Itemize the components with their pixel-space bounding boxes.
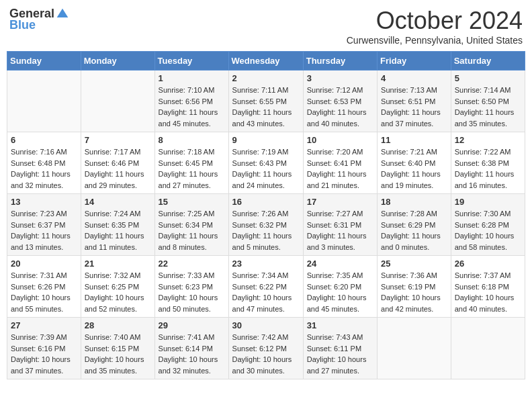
calendar-week-row: 1 Sunrise: 7:10 AM Sunset: 6:56 PM Dayli… [7,71,525,132]
sunset-text: Sunset: 6:22 PM [232,283,287,291]
sunset-text: Sunset: 6:19 PM [381,283,435,291]
day-number: 13 [11,197,77,207]
daylight-text: Daylight: 11 hours and 32 minutes. [11,170,71,189]
daylight-text: Daylight: 11 hours and 45 minutes. [159,108,218,128]
calendar-day-header: Saturday [451,52,525,71]
sunrise-text: Sunrise: 7:18 AM [159,148,215,156]
sunrise-text: Sunrise: 7:23 AM [11,210,67,218]
month-title: October 2024 [347,7,523,35]
daylight-text: Daylight: 11 hours and 35 minutes. [455,108,515,128]
sunset-text: Sunset: 6:12 PM [232,345,287,353]
calendar-cell: 29 Sunrise: 7:41 AM Sunset: 6:14 PM Dayl… [154,318,228,379]
daylight-text: Daylight: 10 hours and 40 minutes. [455,293,515,313]
sunrise-text: Sunrise: 7:26 AM [232,210,289,218]
daylight-text: Daylight: 11 hours and 8 minutes. [159,232,218,251]
sunset-text: Sunset: 6:15 PM [85,345,139,353]
sunrise-text: Sunrise: 7:10 AM [159,86,215,94]
day-info: Sunrise: 7:13 AM Sunset: 6:51 PM Dayligh… [381,85,447,129]
day-info: Sunrise: 7:35 AM Sunset: 6:20 PM Dayligh… [307,270,373,314]
calendar-cell: 18 Sunrise: 7:28 AM Sunset: 6:29 PM Dayl… [378,194,451,256]
sunset-text: Sunset: 6:28 PM [455,221,509,229]
sunrise-text: Sunrise: 7:27 AM [307,210,363,218]
sunset-text: Sunset: 6:46 PM [85,159,139,167]
calendar-week-row: 6 Sunrise: 7:16 AM Sunset: 6:48 PM Dayli… [7,132,525,194]
daylight-text: Daylight: 11 hours and 21 minutes. [307,170,367,189]
calendar-cell: 20 Sunrise: 7:31 AM Sunset: 6:26 PM Dayl… [7,256,81,318]
day-number: 17 [307,197,373,207]
sunrise-text: Sunrise: 7:33 AM [159,271,215,279]
day-info: Sunrise: 7:43 AM Sunset: 6:11 PM Dayligh… [307,332,373,376]
sunset-text: Sunset: 6:31 PM [307,221,361,229]
day-number: 15 [159,197,225,207]
calendar-cell: 15 Sunrise: 7:25 AM Sunset: 6:34 PM Dayl… [154,194,228,256]
daylight-text: Daylight: 11 hours and 27 minutes. [159,170,218,189]
sunrise-text: Sunrise: 7:21 AM [381,148,437,156]
sunset-text: Sunset: 6:51 PM [381,97,435,105]
calendar-cell [378,318,451,379]
calendar-cell: 6 Sunrise: 7:16 AM Sunset: 6:48 PM Dayli… [7,132,81,194]
daylight-text: Daylight: 10 hours and 55 minutes. [11,293,71,313]
day-number: 30 [232,320,300,330]
sunrise-text: Sunrise: 7:24 AM [85,210,141,218]
calendar-table: SundayMondayTuesdayWednesdayThursdayFrid… [7,51,525,379]
daylight-text: Daylight: 11 hours and 24 minutes. [232,170,292,189]
day-info: Sunrise: 7:33 AM Sunset: 6:23 PM Dayligh… [159,270,225,314]
calendar-cell: 28 Sunrise: 7:40 AM Sunset: 6:15 PM Dayl… [81,318,154,379]
daylight-text: Daylight: 11 hours and 0 minutes. [381,232,441,251]
day-info: Sunrise: 7:32 AM Sunset: 6:25 PM Dayligh… [85,270,151,314]
day-number: 5 [455,73,521,83]
day-info: Sunrise: 7:11 AM Sunset: 6:55 PM Dayligh… [232,85,300,129]
day-number: 22 [159,259,225,269]
sunrise-text: Sunrise: 7:34 AM [232,271,289,279]
sunset-text: Sunset: 6:14 PM [159,345,213,353]
sunrise-text: Sunrise: 7:43 AM [307,333,363,341]
calendar-week-row: 27 Sunrise: 7:39 AM Sunset: 6:16 PM Dayl… [7,318,525,379]
day-info: Sunrise: 7:41 AM Sunset: 6:14 PM Dayligh… [159,332,225,376]
day-info: Sunrise: 7:42 AM Sunset: 6:12 PM Dayligh… [232,332,300,376]
day-number: 27 [11,320,77,330]
calendar-cell: 2 Sunrise: 7:11 AM Sunset: 6:55 PM Dayli… [228,71,303,132]
daylight-text: Daylight: 11 hours and 29 minutes. [85,170,144,189]
sunrise-text: Sunrise: 7:31 AM [11,271,67,279]
calendar-cell: 22 Sunrise: 7:33 AM Sunset: 6:23 PM Dayl… [154,256,228,318]
daylight-text: Daylight: 11 hours and 37 minutes. [381,108,441,128]
day-number: 6 [11,135,77,145]
sunrise-text: Sunrise: 7:35 AM [307,271,363,279]
sunset-text: Sunset: 6:29 PM [381,221,435,229]
day-number: 28 [85,320,151,330]
sunrise-text: Sunrise: 7:13 AM [381,86,437,94]
sunrise-text: Sunrise: 7:36 AM [381,271,437,279]
sunrise-text: Sunrise: 7:28 AM [381,210,437,218]
sunrise-text: Sunrise: 7:16 AM [11,148,67,156]
day-info: Sunrise: 7:36 AM Sunset: 6:19 PM Dayligh… [381,270,447,314]
daylight-text: Daylight: 11 hours and 43 minutes. [232,108,292,128]
daylight-text: Daylight: 10 hours and 35 minutes. [85,355,144,375]
sunrise-text: Sunrise: 7:40 AM [85,333,141,341]
day-number: 3 [307,73,373,83]
day-number: 12 [455,135,521,145]
day-info: Sunrise: 7:39 AM Sunset: 6:16 PM Dayligh… [11,332,77,376]
day-info: Sunrise: 7:27 AM Sunset: 6:31 PM Dayligh… [307,208,373,253]
day-info: Sunrise: 7:24 AM Sunset: 6:35 PM Dayligh… [85,208,151,253]
daylight-text: Daylight: 10 hours and 50 minutes. [159,293,218,313]
sunset-text: Sunset: 6:40 PM [381,159,435,167]
day-info: Sunrise: 7:26 AM Sunset: 6:32 PM Dayligh… [232,208,300,253]
sunset-text: Sunset: 6:41 PM [307,159,361,167]
sunrise-text: Sunrise: 7:19 AM [232,148,289,156]
day-number: 10 [307,135,373,145]
calendar-cell [451,318,525,379]
calendar-cell: 31 Sunrise: 7:43 AM Sunset: 6:11 PM Dayl… [303,318,377,379]
day-number: 1 [159,73,225,83]
sunrise-text: Sunrise: 7:25 AM [159,210,215,218]
daylight-text: Daylight: 11 hours and 3 minutes. [307,232,367,251]
sunrise-text: Sunrise: 7:39 AM [11,333,67,341]
sunset-text: Sunset: 6:16 PM [11,345,65,353]
sunset-text: Sunset: 6:43 PM [232,159,287,167]
day-number: 16 [232,197,300,207]
day-info: Sunrise: 7:17 AM Sunset: 6:46 PM Dayligh… [85,146,151,191]
daylight-text: Daylight: 10 hours and 47 minutes. [232,293,292,313]
day-info: Sunrise: 7:28 AM Sunset: 6:29 PM Dayligh… [381,208,447,253]
logo: General Blue [9,7,69,32]
daylight-text: Daylight: 11 hours and 40 minutes. [307,108,367,128]
day-number: 9 [232,135,300,145]
